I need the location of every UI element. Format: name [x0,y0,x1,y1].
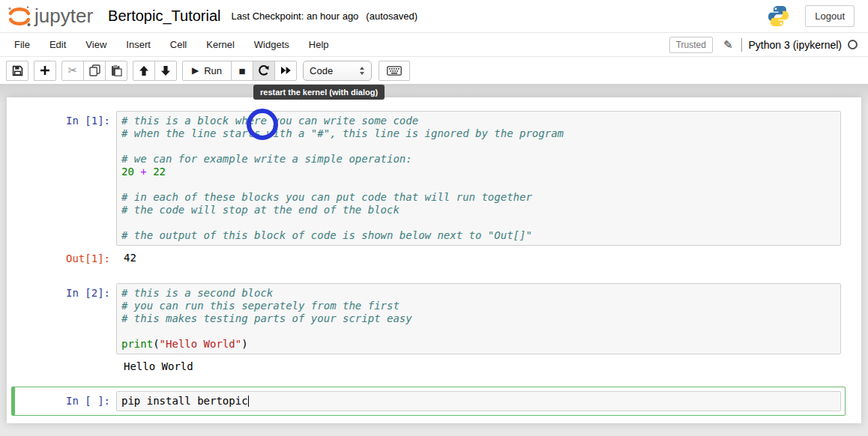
copy-icon [89,64,100,76]
code-line [121,178,836,191]
interrupt-kernel-button[interactable]: ■ [231,61,253,81]
kernel-idle-indicator-icon [848,40,858,49]
cut-cell-button[interactable]: ✂ [61,61,84,81]
stop-icon: ■ [239,65,246,76]
plus-icon [40,65,50,76]
code-line [121,217,836,229]
paste-icon [111,64,122,76]
code-cell[interactable]: In [1]:# this is a block where you can w… [11,106,846,274]
code-line: # you can run this seperately from the f… [121,300,836,312]
output-prompt-empty [16,357,116,373]
code-line [121,325,836,338]
code-cell[interactable]: In [ ]:pip install bertopic [11,387,846,416]
cell-input-row: In [1]:# this is a block where you can w… [16,111,841,246]
save-button[interactable] [6,61,28,81]
code-line: 20 + 22 [121,166,836,178]
code-editor[interactable]: # this is a block where you can write so… [116,111,841,246]
restart-run-all-button[interactable] [274,61,297,81]
keyboard-icon [387,65,402,76]
text-cursor [248,396,250,407]
restart-icon [258,64,270,76]
code-line: pip install bertopic [121,395,836,408]
notebook-container: In [1]:# this is a block where you can w… [7,97,861,423]
jupyter-wordmark: jupyter [34,4,93,28]
notebook-page-background: In [1]:# this is a block where you can w… [0,85,868,436]
header: jupyter Bertopic_Tutorial Last Checkpoin… [0,0,868,33]
menu-cell[interactable]: Cell [160,39,196,50]
code-line: # this is a second block [121,287,836,300]
menu-insert[interactable]: Insert [116,39,160,50]
menu-kernel[interactable]: Kernel [196,39,244,50]
divider [741,38,742,52]
code-editor[interactable]: # this is a second block# you can run th… [116,283,841,354]
code-line: # this makes testing parts of your scrip… [121,312,836,325]
menu-edit[interactable]: Edit [40,39,76,50]
jupyter-logo[interactable]: jupyter [6,4,93,28]
stream-output: Hello World [116,357,193,373]
toolbar: ✂ ▶ Run [0,57,868,85]
code-line: # in each of these blocks you can put co… [121,191,836,204]
code-line: # we can for example write a simple oper… [121,153,836,166]
edit-title-pencil-icon[interactable]: ✎ [723,38,733,52]
cell-input-row: In [2]:# this is a second block# you can… [16,283,841,354]
notebook-title[interactable]: Bertopic_Tutorial [108,7,220,25]
menu-view[interactable]: View [76,39,116,50]
notebook-cells: In [1]:# this is a block where you can w… [11,106,846,416]
arrow-down-icon [160,65,171,76]
fast-forward-icon [280,65,292,76]
move-cell-up-button[interactable] [133,61,155,81]
trusted-badge[interactable]: Trusted [669,37,713,53]
checkpoint-status: Last Checkpoint: an hour ago [232,10,359,22]
arrow-up-icon [139,65,149,76]
run-cell-button[interactable]: ▶ Run [182,61,232,81]
select-arrows-icon [359,66,365,76]
move-cell-down-button[interactable] [154,61,177,81]
cell-input-row: In [ ]:pip install bertopic [16,391,841,411]
code-line: # the output of this block of code is sh… [121,229,836,242]
menubar: FileEditViewInsertCellKernelWidgetsHelp … [0,33,868,57]
code-cell[interactable]: In [2]:# this is a second block# you can… [11,279,846,382]
restart-tooltip: restart the kernel (with dialog) [253,85,385,100]
code-line [121,140,836,153]
menubar-items: FileEditViewInsertCellKernelWidgetsHelp [4,39,339,50]
save-icon [12,65,23,76]
insert-cell-button[interactable] [34,61,56,81]
code-line: print("Hello World") [121,338,836,351]
input-prompt: In [ ]: [16,391,116,411]
copy-cell-button[interactable] [83,61,106,81]
menu-help[interactable]: Help [299,39,339,50]
command-palette-button[interactable] [379,61,410,81]
code-line: # the code will stop at the end of the b… [121,204,836,217]
python-logo-icon [767,4,790,28]
cell-output-row: Hello World [16,357,841,378]
menu-file[interactable]: File [4,39,40,50]
play-icon: ▶ [192,65,199,76]
menu-widgets[interactable]: Widgets [244,39,299,50]
paste-cell-button[interactable] [105,61,127,81]
code-line: # when the line starts with a "#", this … [121,127,836,140]
output-value: 42 [116,249,136,265]
restart-kernel-button[interactable] [253,61,275,81]
output-prompt: Out[1]: [16,249,116,265]
input-prompt: In [1]: [16,111,116,246]
input-prompt: In [2]: [16,283,116,354]
kernel-name: Python 3 (ipykernel) [748,39,842,51]
logout-button[interactable]: Logout [805,5,855,27]
jupyter-logo-icon [6,4,33,28]
code-editor[interactable]: pip install bertopic [116,391,841,411]
cell-type-select[interactable]: Code [303,61,372,81]
autosave-status: (autosaved) [366,10,418,22]
scissors-icon: ✂ [68,64,78,77]
code-line: # this is a block where you can write so… [121,115,836,127]
cell-output-row: Out[1]:42 [16,249,841,270]
